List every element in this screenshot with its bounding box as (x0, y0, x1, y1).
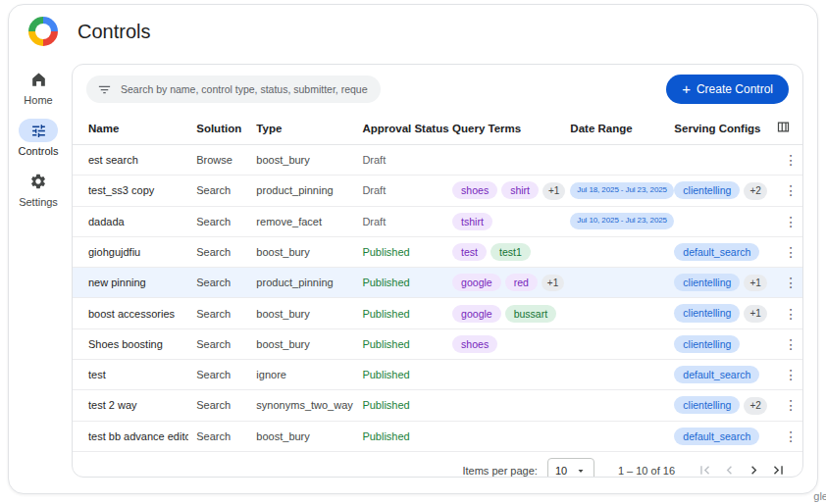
items-per-page-select[interactable]: 10 (547, 458, 594, 478)
query-term-chip: bussart (505, 305, 556, 323)
cell-query-terms (444, 390, 562, 422)
sidebar-item-label: Home (24, 94, 52, 106)
row-actions-button[interactable]: ⋮ (776, 181, 803, 199)
row-actions-button[interactable]: ⋮ (776, 243, 803, 261)
column-header-query-terms[interactable]: Query Terms (444, 112, 562, 145)
table-row[interactable]: giohgujdfiuSearchboost_buryPublishedtest… (73, 236, 802, 267)
table-row[interactable]: test_ss3 copySearchproduct_pinningDrafts… (73, 176, 802, 207)
column-header-name[interactable]: Name (73, 112, 188, 145)
cell-approval-status: Published (354, 236, 444, 267)
column-picker-icon[interactable] (776, 120, 791, 134)
cell-solution: Search (188, 328, 248, 359)
row-actions-button[interactable]: ⋮ (776, 428, 803, 445)
row-actions-button[interactable]: ⋮ (776, 151, 803, 169)
table-row[interactable]: testSearchignorePublisheddefault_search⋮ (73, 360, 802, 390)
table-body: est searchBrowseboost_buryDraft⋮test_ss3… (73, 145, 802, 452)
table-row[interactable]: test bb advance editorSearchboost_buryPu… (73, 421, 802, 451)
prev-page-button[interactable] (719, 460, 740, 478)
query-term-chip: shoes (452, 335, 497, 353)
cell-name: Shoes boosting (73, 328, 188, 359)
first-page-icon (697, 462, 713, 478)
table-row[interactable]: dadadaSearchremove_facetDrafttshirtJul 1… (73, 206, 802, 236)
cell-name: dadada (73, 206, 188, 236)
table-row[interactable]: boost accessoriesSearchboost_buryPublish… (73, 298, 802, 329)
date-range-chip: Jul 18, 2025 - Jul 23, 2025 (570, 182, 674, 199)
serving-config-chip: clientelling (674, 304, 740, 322)
sidebar-item-settings[interactable]: Settings (19, 170, 58, 208)
query-term-chip: tshirt (452, 213, 492, 230)
cell-approval-status: Draft (354, 176, 444, 207)
pagination-buttons (695, 460, 789, 478)
table-row[interactable]: test 2 waySearchsynonyms_two_wayPublishe… (73, 390, 802, 422)
row-actions-button[interactable]: ⋮ (776, 305, 803, 323)
query-term-chip: red (505, 274, 538, 291)
sidebar-item-label: Controls (19, 145, 59, 157)
cell-name: new pinning (73, 267, 188, 298)
main-content: + Create Control Name Solution Type (68, 58, 817, 493)
cell-approval-status: Published (354, 360, 444, 390)
cell-approval-status: Published (354, 328, 444, 359)
search-bar[interactable] (86, 76, 381, 103)
cell-serving-configs: clientelling+1 (666, 298, 768, 329)
last-page-button[interactable] (768, 460, 789, 478)
table-row[interactable]: new pinningSearchproduct_pinningPublishe… (73, 267, 802, 298)
card-toolbar: + Create Control (73, 65, 802, 112)
table-row[interactable]: est searchBrowseboost_buryDraft⋮ (73, 145, 802, 176)
watermark-text: gle (813, 490, 826, 502)
column-header-date-range[interactable]: Date Range (562, 112, 666, 145)
cell-solution: Search (188, 206, 248, 236)
cell-actions: ⋮ (768, 421, 802, 451)
cell-serving-configs (666, 206, 768, 236)
sidebar-item-controls[interactable]: Controls (19, 119, 59, 157)
serving-config-chip: clientelling (674, 181, 740, 199)
cell-type: boost_bury (248, 236, 354, 267)
column-header-approval-status[interactable]: Approval Status (354, 112, 444, 145)
cell-approval-status: Published (354, 298, 444, 329)
cell-solution: Search (188, 421, 248, 451)
cell-type: ignore (248, 360, 354, 390)
row-actions-button[interactable]: ⋮ (776, 366, 803, 383)
cell-type: synonyms_two_way (248, 390, 354, 422)
column-header-serving-configs[interactable]: Serving Configs (666, 112, 768, 145)
cell-date-range (562, 328, 666, 359)
query-term-chip: google (452, 305, 501, 323)
cell-date-range: Jul 18, 2025 - Jul 23, 2025 (562, 176, 666, 207)
google-cloud-logo (28, 17, 58, 46)
row-actions-button[interactable]: ⋮ (776, 396, 803, 414)
row-actions-button[interactable]: ⋮ (776, 335, 803, 353)
cell-actions: ⋮ (768, 298, 802, 329)
items-per-page-label: Items per page: (462, 465, 537, 477)
cell-solution: Search (188, 298, 248, 329)
search-input[interactable] (119, 82, 370, 96)
cell-approval-status: Published (354, 421, 444, 451)
table-row[interactable]: Shoes boostingSearchboost_buryPublisheds… (73, 328, 802, 359)
cell-solution: Search (188, 176, 248, 207)
cell-actions: ⋮ (768, 176, 802, 207)
sidebar-item-home[interactable]: Home (19, 68, 58, 106)
cell-name: test 2 way (73, 390, 188, 422)
date-range-chip: Jul 10, 2025 - Jul 23, 2025 (570, 213, 674, 229)
cell-date-range (562, 390, 666, 422)
next-page-button[interactable] (744, 460, 764, 478)
count-chip: +1 (744, 275, 766, 292)
first-page-button[interactable] (695, 460, 715, 478)
row-actions-button[interactable]: ⋮ (776, 213, 803, 230)
pagination-bar: Items per page: 10 1 – 10 of 16 (73, 452, 802, 478)
cell-query-terms: tshirt (444, 206, 562, 236)
create-control-button[interactable]: + Create Control (666, 75, 789, 104)
cell-type: boost_bury (248, 328, 354, 359)
cell-name: test (73, 360, 188, 390)
app-window: Controls Home Controls Settings (8, 4, 818, 494)
cell-date-range: Jul 10, 2025 - Jul 23, 2025 (562, 206, 666, 236)
query-term-chip: shirt (501, 181, 539, 199)
cell-solution: Browse (188, 145, 248, 176)
cell-name: giohgujdfiu (73, 236, 188, 267)
sidebar: Home Controls Settings (9, 58, 68, 493)
cell-name: test_ss3 copy (73, 176, 188, 207)
row-actions-button[interactable]: ⋮ (776, 274, 803, 291)
cell-approval-status: Published (354, 390, 444, 422)
top-bar: Controls (9, 5, 817, 58)
count-chip: +1 (542, 182, 565, 200)
column-header-solution[interactable]: Solution (188, 112, 248, 145)
column-header-type[interactable]: Type (248, 112, 354, 145)
